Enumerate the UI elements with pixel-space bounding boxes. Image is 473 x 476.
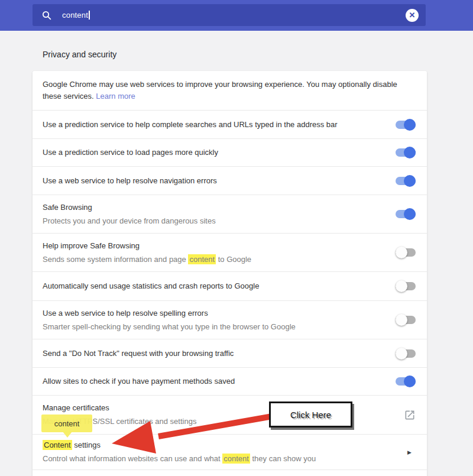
external-link-icon[interactable] [404,409,416,421]
toggle-spelling-errors[interactable] [396,314,416,326]
settings-search-header: content ✕ [0,0,473,31]
row-title: Allow sites to check if you have payment… [43,376,387,387]
row-prediction-pages: Use a prediction service to load pages m… [33,139,427,167]
row-navigation-errors: Use a web service to help resolve naviga… [33,167,427,195]
toggle-safe-browsing[interactable] [396,208,416,220]
text-segment: Send a "Do Not Track" request with your … [43,349,234,358]
text-caret [89,11,90,20]
toggle-knob [396,314,407,326]
search-input[interactable]: content ✕ [33,4,426,26]
intro-web-services: Google Chrome may use web services to im… [33,71,427,111]
bubble-tail-icon [63,432,72,438]
row-text: Use a prediction service to help complet… [43,119,396,130]
row-subtitle: Protects you and your device from danger… [43,216,387,226]
text-segment: Automatically send usage statistics and … [43,281,259,290]
toggle-knob [404,375,416,387]
row-title: Use a prediction service to help complet… [43,119,387,130]
toggle-knob [404,175,416,187]
row-text: Content settingsControl what information… [43,440,407,464]
row-title: Google Chrome may use web services to im… [43,79,407,102]
row-text: Safe BrowsingProtects you and your devic… [43,202,396,226]
highlighted-text: Content [43,440,72,450]
click-here-callout[interactable]: Click Here [269,401,352,428]
learn-more-link[interactable]: Learn more [96,92,135,101]
row-subtitle: Smarter spell-checking by sending what y… [43,322,387,332]
row-help-improve-safe-browsing: Help improve Safe BrowsingSends some sys… [33,234,427,272]
toggle-help-improve-safe-browsing[interactable] [396,247,416,258]
search-result-bubble: content [41,415,92,432]
row-text: Use a web service to help resolve spelli… [43,308,396,332]
chrome-settings-page: content ✕ Privacy and security Google Ch… [0,0,473,476]
text-segment: Use a prediction service to help complet… [43,120,338,129]
toggle-payment-methods[interactable] [396,375,416,387]
bubble-label: content [54,419,80,428]
row-title: Use a web service to help resolve naviga… [43,176,387,186]
text-segment: settings [72,441,101,449]
row-text: Use a prediction service to load pages m… [43,147,396,158]
row-text: Help improve Safe BrowsingSends some sys… [43,241,396,264]
text-segment: S/SSL certificates and settings [93,417,197,426]
toggle-knob [404,147,416,158]
row-title: Use a web service to help resolve spelli… [43,308,387,319]
text-segment: Manage certificates [43,403,109,412]
toggle-do-not-track[interactable] [396,348,416,360]
text-segment: Use a web service to help resolve spelli… [43,309,208,318]
toggle-prediction-searches[interactable] [396,119,416,131]
text-segment: they can show you [250,454,316,463]
search-query-text: content [62,11,88,20]
toggle-prediction-pages[interactable] [396,147,416,158]
row-text: Use a web service to help resolve naviga… [43,176,396,186]
row-text: Automatically send usage statistics and … [43,281,396,292]
row-usage-statistics: Automatically send usage statistics and … [33,272,427,301]
text-segment: Sends some system information and page [43,255,188,264]
row-content-settings[interactable]: Content settingsControl what information… [33,435,427,470]
text-segment: to Google [216,255,251,264]
text-segment: Use a prediction service to load pages m… [43,148,218,157]
text-segment: Protects you and your device from danger… [43,216,216,225]
page-title: Privacy and security [43,50,473,59]
toggle-knob [396,247,407,258]
row-title: Send a "Do Not Track" request with your … [43,348,387,359]
callout-label: Click Here [290,410,331,420]
toggle-usage-statistics[interactable] [396,280,416,292]
row-payment-methods: Allow sites to check if you have payment… [33,368,427,396]
chevron-right-icon[interactable]: ▶ [407,449,416,455]
row-prediction-searches: Use a prediction service to help complet… [33,111,427,139]
clear-search-button[interactable]: ✕ [406,9,419,22]
highlighted-text: content [222,454,250,464]
toggle-knob [396,348,407,360]
toggle-navigation-errors[interactable] [396,175,416,187]
row-safe-browsing: Safe BrowsingProtects you and your devic… [33,195,427,234]
row-title: Safe Browsing [43,202,387,213]
toggle-knob [404,208,416,220]
row-spelling-errors: Use a web service to help resolve spelli… [33,301,427,339]
text-segment: Allow sites to check if you have payment… [43,377,235,386]
text-segment: Help improve Safe Browsing [43,241,140,250]
highlighted-text: content [188,254,216,264]
search-icon [41,10,52,21]
row-subtitle: Sends some system information and page c… [43,254,387,265]
row-subtitle: Control what information websites can us… [43,454,399,464]
settings-main: Privacy and security Google Chrome may u… [0,31,473,476]
toggle-knob [396,280,407,292]
text-segment: Smarter spell-checking by sending what y… [43,322,296,331]
toggle-knob [404,119,416,131]
row-text: Allow sites to check if you have payment… [43,376,396,387]
next-row-partial [33,470,427,476]
row-title: Use a prediction service to load pages m… [43,147,387,158]
row-do-not-track: Send a "Do Not Track" request with your … [33,339,427,368]
text-segment: Safe Browsing [43,203,92,212]
row-title: Content settings [43,440,399,451]
row-text: Google Chrome may use web services to im… [43,79,416,102]
row-title: Help improve Safe Browsing [43,241,387,251]
text-segment: Control what information websites can us… [43,454,222,463]
row-title: Automatically send usage statistics and … [43,281,387,292]
text-segment: Use a web service to help resolve naviga… [43,176,217,185]
row-text: Send a "Do Not Track" request with your … [43,348,396,359]
